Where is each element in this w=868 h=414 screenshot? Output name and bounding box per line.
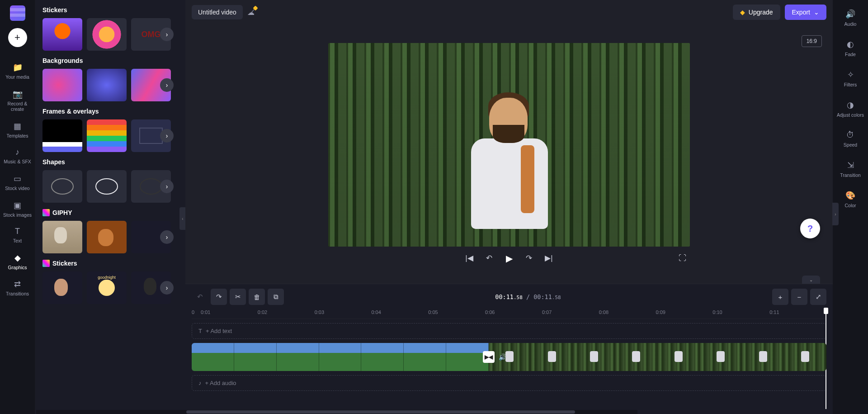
top-bar: Untitled video ☁̸ ◆Upgrade Export⌄ bbox=[185, 0, 833, 24]
palette-icon: 🎨 bbox=[845, 190, 855, 200]
nav-your-media[interactable]: 📁Your media bbox=[0, 58, 35, 85]
section-frames-title: Frames & overlays bbox=[42, 108, 178, 115]
play-button[interactable]: ▶ bbox=[504, 253, 514, 264]
music-icon: ♪ bbox=[198, 380, 202, 386]
nav-record-create[interactable]: 📷Record & create bbox=[0, 85, 35, 117]
frame-thumb[interactable] bbox=[42, 119, 82, 152]
graphics-icon: ◆ bbox=[14, 253, 21, 263]
nav-stock-images[interactable]: ▣Stock images bbox=[0, 196, 35, 223]
timeline-panel: ↶ ↷ ✂ 🗑 ⧉ 00:11.58 / 00:11.58 + − ⤢ 0 0:… bbox=[185, 284, 833, 414]
add-media-button[interactable]: + bbox=[8, 28, 27, 47]
giphy-logo-icon bbox=[42, 260, 50, 267]
camera-icon: 📷 bbox=[13, 89, 23, 99]
folder-icon: 📁 bbox=[13, 62, 23, 72]
more-shapes-button[interactable]: › bbox=[160, 180, 174, 193]
transition-marker[interactable]: ▶◀ bbox=[483, 351, 495, 363]
prop-speed[interactable]: ⏱Speed bbox=[833, 130, 868, 148]
more-giphy-stickers-button[interactable]: › bbox=[160, 281, 174, 295]
nav-templates[interactable]: ▦Templates bbox=[0, 117, 35, 143]
asset-panel: Stickers OMG › Backgrounds › Frames & ov… bbox=[35, 0, 185, 414]
fullscreen-button[interactable]: ⛶ bbox=[677, 254, 687, 263]
giphy-sticker-thumb[interactable] bbox=[87, 271, 127, 304]
add-text-track[interactable]: T+ Add text bbox=[192, 323, 826, 339]
giphy-thumb[interactable] bbox=[87, 221, 127, 253]
fade-icon: ◐ bbox=[847, 39, 854, 49]
clip-audio-icon[interactable]: 🔊 bbox=[499, 353, 506, 361]
nav-transitions[interactable]: ⇄Transitions bbox=[0, 275, 35, 301]
transitions-icon: ⇄ bbox=[14, 279, 21, 289]
export-button[interactable]: Export⌄ bbox=[785, 5, 826, 20]
right-properties-rail: 🔊Audio ◐Fade ✧Filters ◑Adjust colors ⏱Sp… bbox=[833, 0, 868, 414]
section-giphy-title: GIPHY bbox=[42, 209, 178, 216]
video-clip-1[interactable] bbox=[192, 343, 489, 371]
split-button[interactable]: ✂ bbox=[230, 289, 246, 305]
video-clip-2[interactable] bbox=[489, 343, 826, 371]
prop-filters[interactable]: ✧Filters bbox=[833, 70, 868, 87]
frames-row: › bbox=[42, 119, 178, 152]
video-icon: ▭ bbox=[14, 174, 21, 184]
background-thumb[interactable] bbox=[87, 69, 127, 101]
timeline-collapse-toggle[interactable]: ⌄ bbox=[802, 276, 820, 284]
cloud-sync-off-icon[interactable]: ☁̸ bbox=[247, 8, 255, 17]
prop-transition[interactable]: ⇲Transition bbox=[833, 160, 868, 178]
more-stickers-button[interactable]: › bbox=[160, 28, 174, 41]
video-track[interactable]: ▶◀ 🔊 bbox=[192, 343, 826, 371]
delete-button[interactable]: 🗑 bbox=[249, 289, 265, 305]
nav-music-sfx[interactable]: ♪Music & SFX bbox=[0, 143, 35, 169]
upgrade-button[interactable]: ◆Upgrade bbox=[733, 5, 780, 20]
nav-stock-video[interactable]: ▭Stock video bbox=[0, 169, 35, 196]
prop-adjust-colors[interactable]: ◑Adjust colors bbox=[833, 100, 868, 118]
gem-icon: ◆ bbox=[740, 9, 745, 16]
more-giphy-button[interactable]: › bbox=[160, 230, 174, 244]
text-icon: T bbox=[198, 328, 202, 334]
image-icon: ▣ bbox=[14, 200, 21, 210]
skip-end-button[interactable]: ▶| bbox=[544, 253, 554, 263]
shape-thumb[interactable] bbox=[87, 170, 127, 203]
backgrounds-row: › bbox=[42, 69, 178, 101]
filters-icon: ✧ bbox=[847, 70, 854, 80]
section-stickers-title: Stickers bbox=[42, 6, 178, 14]
collapse-asset-panel-button[interactable]: ‹ bbox=[179, 207, 185, 230]
transition-icon: ⇲ bbox=[847, 160, 854, 170]
background-thumb[interactable] bbox=[42, 69, 82, 101]
skip-start-button[interactable]: |◀ bbox=[464, 253, 474, 263]
giphy-stickers-row: › bbox=[42, 271, 178, 304]
add-audio-track[interactable]: ♪+ Add audio bbox=[192, 375, 826, 391]
aspect-ratio-button[interactable]: 16:9 bbox=[802, 35, 822, 47]
rewind-5s-button[interactable]: ↶ bbox=[484, 253, 494, 263]
more-frames-button[interactable]: › bbox=[160, 129, 174, 143]
giphy-sticker-thumb[interactable] bbox=[42, 271, 82, 304]
chevron-down-icon: ⌄ bbox=[814, 9, 819, 16]
prop-fade[interactable]: ◐Fade bbox=[833, 39, 868, 57]
prop-audio[interactable]: 🔊Audio bbox=[833, 9, 868, 27]
sticker-thumb[interactable] bbox=[87, 18, 127, 51]
sticker-thumb[interactable] bbox=[42, 18, 82, 51]
nav-text[interactable]: TText bbox=[0, 222, 35, 248]
forward-5s-button[interactable]: ↷ bbox=[524, 253, 534, 263]
project-title[interactable]: Untitled video bbox=[192, 5, 243, 19]
zoom-in-button[interactable]: + bbox=[772, 289, 788, 305]
shape-thumb[interactable] bbox=[42, 170, 82, 203]
frame-thumb[interactable] bbox=[87, 119, 127, 152]
center-area: Untitled video ☁̸ ◆Upgrade Export⌄ 16:9 … bbox=[185, 0, 833, 414]
horizontal-scrollbar[interactable] bbox=[36, 410, 637, 414]
duplicate-button[interactable]: ⧉ bbox=[268, 289, 284, 305]
timeline-toolbar: ↶ ↷ ✂ 🗑 ⧉ 00:11.58 / 00:11.58 + − ⤢ bbox=[192, 289, 826, 305]
adjust-icon: ◑ bbox=[847, 100, 854, 110]
speaker-icon: 🔊 bbox=[845, 9, 855, 19]
help-button[interactable]: ? bbox=[800, 219, 820, 238]
undo-button[interactable]: ↶ bbox=[192, 289, 208, 305]
app-logo[interactable] bbox=[10, 5, 25, 21]
zoom-out-button[interactable]: − bbox=[791, 289, 807, 305]
text-icon: T bbox=[15, 227, 20, 236]
left-nav-rail: + 📁Your media 📷Record & create ▦Template… bbox=[0, 0, 35, 414]
preview-area: 16:9 |◀ ↶ ▶ ↷ ▶| ⛶ ? ⌄ bbox=[185, 24, 833, 284]
nav-graphics[interactable]: ◆Graphics bbox=[0, 248, 35, 275]
timeline-ruler[interactable]: 0 0:01 0:02 0:03 0:04 0:05 0:06 0:07 0:0… bbox=[192, 308, 826, 319]
more-backgrounds-button[interactable]: › bbox=[160, 78, 174, 92]
fit-timeline-button[interactable]: ⤢ bbox=[810, 289, 826, 305]
redo-button[interactable]: ↷ bbox=[211, 289, 227, 305]
collapse-right-rail-button[interactable]: › bbox=[832, 203, 839, 225]
video-canvas[interactable] bbox=[328, 43, 690, 247]
giphy-thumb[interactable] bbox=[42, 221, 82, 253]
